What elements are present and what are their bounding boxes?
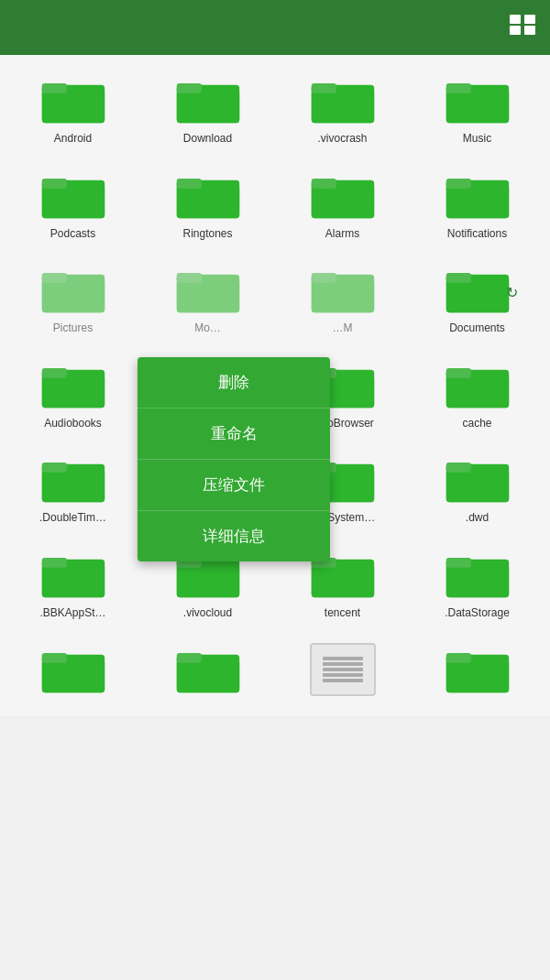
svg-rect-15 bbox=[311, 83, 336, 93]
svg-rect-106 bbox=[176, 659, 238, 692]
svg-rect-66 bbox=[446, 375, 508, 408]
folder-icon bbox=[40, 73, 106, 126]
list-item[interactable]: .vivocrash bbox=[279, 64, 406, 152]
svg-rect-51 bbox=[446, 273, 470, 283]
file-label: Android bbox=[54, 132, 92, 147]
list-item[interactable]: Alarms bbox=[279, 159, 406, 247]
svg-rect-1 bbox=[524, 15, 535, 24]
svg-rect-18 bbox=[446, 90, 508, 123]
list-item[interactable]: ↻ Documents bbox=[413, 254, 541, 342]
folder-icon bbox=[175, 169, 241, 222]
svg-rect-46 bbox=[311, 279, 373, 312]
file-label: Music bbox=[463, 132, 491, 147]
svg-rect-22 bbox=[41, 185, 104, 218]
folder-icon bbox=[310, 263, 376, 316]
svg-rect-103 bbox=[41, 653, 66, 663]
file-label: cache bbox=[462, 417, 491, 431]
list-item[interactable]: Podcasts bbox=[9, 159, 137, 247]
folder-icon bbox=[445, 452, 511, 506]
file-label: .BBKAppSt… bbox=[39, 606, 105, 621]
grid-view-button[interactable] bbox=[510, 15, 535, 40]
folder-icon bbox=[445, 643, 511, 696]
svg-rect-34 bbox=[446, 185, 508, 218]
svg-rect-90 bbox=[176, 564, 238, 597]
file-label: Ringtones bbox=[182, 227, 232, 242]
folder-icon bbox=[40, 452, 106, 506]
file-label: …M bbox=[333, 321, 353, 336]
svg-rect-14 bbox=[311, 90, 373, 123]
list-item[interactable]: Mo… bbox=[144, 254, 271, 342]
svg-rect-43 bbox=[176, 273, 201, 283]
list-item[interactable]: .DataStorage bbox=[413, 539, 541, 626]
file-label: Documents bbox=[449, 321, 505, 336]
svg-rect-3 bbox=[524, 26, 535, 35]
file-label: Mo… bbox=[194, 321, 221, 336]
svg-rect-102 bbox=[41, 659, 104, 692]
folder-icon bbox=[445, 548, 511, 601]
folder-icon bbox=[175, 73, 241, 126]
folder-icon bbox=[40, 548, 106, 601]
file-label: .vivocloud bbox=[183, 606, 232, 621]
list-item[interactable]: .DoubleTim… bbox=[9, 443, 137, 531]
list-item[interactable] bbox=[413, 634, 541, 707]
svg-rect-82 bbox=[446, 470, 508, 503]
folder-icon bbox=[40, 169, 106, 222]
refresh-icon: ↻ bbox=[506, 284, 518, 301]
svg-rect-86 bbox=[41, 564, 104, 597]
file-label: Download bbox=[183, 132, 232, 147]
svg-rect-111 bbox=[446, 653, 470, 663]
folder-icon bbox=[40, 263, 106, 316]
context-menu-delete[interactable]: 删除 bbox=[138, 357, 330, 408]
svg-rect-47 bbox=[311, 273, 336, 283]
svg-rect-27 bbox=[176, 179, 201, 189]
svg-rect-26 bbox=[176, 185, 238, 218]
svg-rect-23 bbox=[41, 179, 66, 189]
context-menu-rename[interactable]: 重命名 bbox=[138, 408, 330, 460]
svg-rect-30 bbox=[311, 185, 373, 218]
context-menu-details[interactable]: 详细信息 bbox=[138, 511, 330, 561]
svg-rect-71 bbox=[41, 463, 66, 473]
folder-icon bbox=[175, 643, 241, 696]
file-label: Alarms bbox=[325, 227, 359, 242]
list-item[interactable] bbox=[9, 634, 137, 707]
folder-icon bbox=[175, 263, 241, 316]
svg-rect-35 bbox=[446, 179, 470, 189]
list-item[interactable] bbox=[279, 634, 406, 707]
list-item[interactable]: Pictures bbox=[9, 254, 137, 342]
list-item[interactable]: Android bbox=[9, 64, 137, 152]
file-label: tencent bbox=[324, 606, 360, 621]
doc-icon bbox=[310, 643, 376, 696]
list-item[interactable]: cache bbox=[413, 349, 541, 437]
list-item[interactable]: Ringtones bbox=[144, 159, 271, 247]
list-item[interactable]: Notifications bbox=[413, 159, 541, 247]
svg-rect-6 bbox=[41, 90, 104, 123]
list-item[interactable]: Music bbox=[413, 64, 541, 152]
folder-icon bbox=[445, 73, 511, 126]
svg-rect-83 bbox=[446, 463, 470, 473]
list-item[interactable]: …M bbox=[279, 254, 406, 342]
folder-icon bbox=[445, 358, 511, 411]
svg-rect-10 bbox=[176, 90, 238, 123]
list-item[interactable]: Download bbox=[144, 64, 271, 152]
list-item[interactable]: Audiobooks bbox=[9, 349, 137, 437]
svg-rect-99 bbox=[446, 558, 470, 568]
context-menu-compress[interactable]: 压缩文件 bbox=[138, 460, 330, 511]
svg-rect-38 bbox=[41, 279, 104, 312]
list-item[interactable]: .dwd bbox=[413, 443, 541, 531]
folder-icon bbox=[310, 73, 376, 126]
svg-rect-94 bbox=[311, 564, 373, 597]
file-label: .vivocrash bbox=[317, 132, 367, 147]
svg-rect-98 bbox=[446, 564, 508, 597]
list-item[interactable]: .BBKAppSt… bbox=[9, 539, 137, 626]
header bbox=[0, 0, 550, 55]
svg-rect-107 bbox=[176, 653, 201, 663]
file-label: .DataStorage bbox=[445, 606, 510, 621]
svg-rect-0 bbox=[510, 15, 521, 24]
svg-rect-87 bbox=[41, 558, 66, 568]
svg-rect-54 bbox=[41, 375, 104, 408]
context-menu[interactable]: 删除重命名压缩文件详细信息 bbox=[138, 357, 330, 561]
svg-rect-31 bbox=[311, 179, 336, 189]
list-item[interactable] bbox=[144, 634, 271, 707]
svg-rect-11 bbox=[176, 83, 201, 93]
file-label: Podcasts bbox=[50, 227, 95, 242]
